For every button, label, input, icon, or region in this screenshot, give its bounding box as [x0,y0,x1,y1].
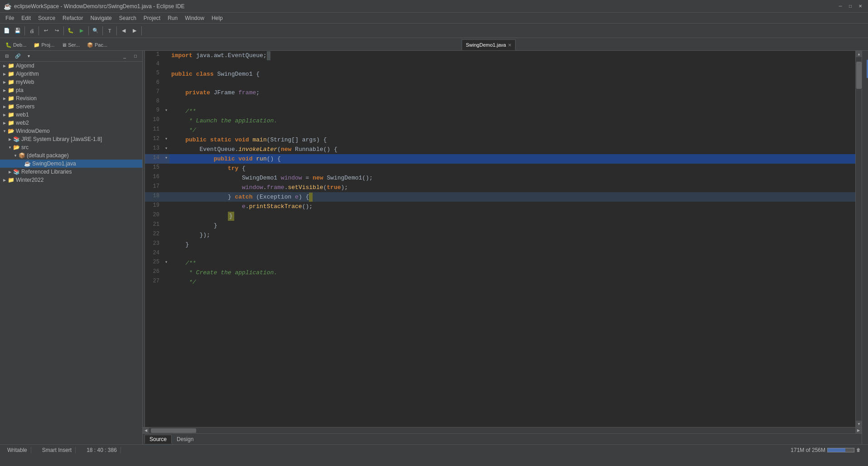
view-menu-button[interactable]: ▾ [24,51,34,61]
line-marker-25[interactable]: ▾ [163,258,169,268]
view-tab-project[interactable]: 📁 Proj... [30,39,58,50]
menu-project[interactable]: Project [140,14,164,22]
debug-button[interactable]: 🐛 [66,26,76,36]
line-code-7[interactable]: private JFrame frame; [169,88,855,97]
line-code-8[interactable] [169,97,855,107]
line-code-12[interactable]: public static void main(String[] args) { [169,135,855,145]
line-code-15[interactable]: try { [169,164,855,173]
menu-navigate[interactable]: Navigate [87,14,115,22]
menu-refactor[interactable]: Refactor [59,14,87,22]
view-tab-debug[interactable]: 🐛 Deb... [2,39,30,50]
code-line-6: 6 [145,79,855,88]
menu-help[interactable]: Help [208,14,227,22]
menu-edit[interactable]: Edit [18,14,34,22]
collapse-all-button[interactable]: ⊟ [2,51,12,61]
undo-button[interactable]: ↩ [41,26,51,36]
line-code-9[interactable]: /** [169,107,855,116]
line-marker-13[interactable]: ▾ [163,145,169,154]
line-code-17[interactable]: window.frame.setVisible(true); [169,183,855,192]
line-code-11[interactable]: */ [169,126,855,135]
save-button[interactable]: 💾 [13,26,23,36]
run-button[interactable]: ▶ [77,26,87,36]
line-code-10[interactable]: * Launch the application. [169,116,855,126]
line-code-23[interactable]: } [169,240,855,249]
menu-run[interactable]: Run [164,14,181,22]
scroll-thumb-vertical[interactable] [856,62,862,89]
line-code-21[interactable]: } [169,221,855,230]
print-button[interactable]: 🖨 [27,26,37,36]
tree-item-winter2022[interactable]: ▶ 📁 Winter2022 [0,176,142,184]
line-code-25[interactable]: /** [169,258,855,268]
maximize-button[interactable]: □ [846,2,854,10]
close-button[interactable]: ✕ [856,2,864,10]
line-code-5[interactable]: public class SwingDemo1 { [169,69,855,79]
tree-item-src[interactable]: ▼ 📂 src [0,143,142,151]
line-code-6[interactable] [169,79,855,88]
minimize-button[interactable]: ─ [836,2,844,10]
code-line-24: 24 [145,249,855,258]
tree-item-web2[interactable]: ▶ 📁 web2 [0,119,142,127]
search-button[interactable]: 🔍 [91,26,101,36]
tab-design[interactable]: Design [172,435,198,444]
line-code-20[interactable]: } [169,211,855,221]
maximize-view-button[interactable]: □ [130,51,140,61]
line-marker-12[interactable]: ▾ [163,135,169,145]
line-code-18[interactable]: } catch (Exception e) { [169,192,855,202]
scroll-right-button[interactable]: ▶ [855,427,862,434]
line-code-4[interactable] [169,60,855,69]
tree-item-algorithm[interactable]: ▶ 📁 Algorithm [0,70,142,78]
tree-item-default-package[interactable]: ▼ 📦 (default package) [0,151,142,160]
line-marker-14[interactable]: ▾ [163,154,169,164]
line-marker-20 [163,211,169,221]
new-button[interactable]: 📄 [2,26,12,36]
status-bar: Writable Smart Insert 18 : 40 : 386 171M… [0,444,868,455]
line-code-1[interactable]: import java.awt.EventQueue; [169,51,855,60]
line-code-22[interactable]: }); [169,230,855,240]
code-editor[interactable]: 1 import java.awt.EventQueue; 4 5 [145,51,855,427]
editor-tab-close[interactable]: ✕ [508,43,511,48]
line-code-26[interactable]: * Create the application. [169,268,855,277]
link-editor-button[interactable]: 🔗 [13,51,23,61]
line-num-8: 8 [145,97,163,107]
tree-item-myweb[interactable]: ▶ 📁 myWeb [0,78,142,86]
line-code-14[interactable]: public void run() { [169,154,855,164]
tree-item-algomd[interactable]: ▶ 📁 Algomd [0,62,142,70]
editor-scrollbar-vertical[interactable]: ▲ ▼ [855,51,862,427]
minimize-view-button[interactable]: _ [120,51,130,61]
tree-item-revision[interactable]: ▶ 📁 Revision [0,94,142,102]
menu-search[interactable]: Search [116,14,140,22]
tab-source[interactable]: Source [145,435,172,444]
editor-scrollbar-horizontal[interactable]: ◀ ▶ [143,427,862,433]
next-edit-button[interactable]: ▶ [130,26,140,36]
menu-file[interactable]: File [2,14,18,22]
redo-button[interactable]: ↪ [52,26,62,36]
tree-item-pta[interactable]: ▶ 📁 pta [0,86,142,94]
scroll-down-button[interactable]: ▼ [856,421,862,427]
memory-gc-icon[interactable]: 🗑 [856,447,861,452]
status-memory[interactable]: 171M of 256M 🗑 [787,447,864,453]
line-code-16[interactable]: SwingDemo1 window = new SwingDemo1(); [169,173,855,183]
editor-tab-swingdemo1[interactable]: SwingDemo1.java ✕ [462,39,516,50]
tree-item-jre[interactable]: ▶ 📚 JRE System Library [JavaSE-1.8] [0,135,142,143]
menu-source[interactable]: Source [34,14,59,22]
right-panel [862,51,868,444]
open-type-button[interactable]: T [105,26,115,36]
line-marker-9[interactable]: ▾ [163,107,169,116]
line-code-27[interactable]: */ [169,277,855,287]
line-code-24[interactable] [169,249,855,258]
tree-item-servers[interactable]: ▶ 📁 Servers [0,102,142,111]
tree-item-web1[interactable]: ▶ 📁 web1 [0,111,142,119]
menu-window[interactable]: Window [181,14,208,22]
view-tab-package[interactable]: 📦 Pac... [83,39,111,50]
tree-item-windowdemo[interactable]: ▼ 📂 WindowDemo [0,127,142,135]
line-code-19[interactable]: e.printStackTrace(); [169,202,855,211]
scroll-left-button[interactable]: ◀ [143,427,149,434]
prev-edit-button[interactable]: ◀ [119,26,129,36]
tree-item-referenced-libs[interactable]: ▶ 📚 Referenced Libraries [0,168,142,176]
tree-item-swingdemo1[interactable]: ☕ SwingDemo1.java [0,160,142,168]
view-tab-server[interactable]: 🖥 Ser... [58,39,83,50]
scroll-up-button[interactable]: ▲ [856,51,862,57]
line-num-16: 16 [145,173,163,183]
line-code-13[interactable]: EventQueue.invokeLater(new Runnable() { [169,145,855,154]
scroll-thumb-horizontal[interactable] [151,428,196,433]
